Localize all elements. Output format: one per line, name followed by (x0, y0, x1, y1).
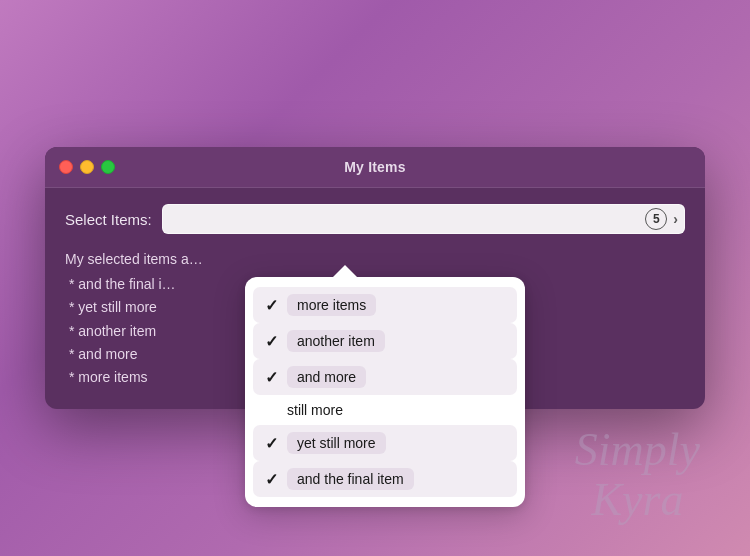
dropdown-item-and-the-final-item[interactable]: ✓ and the final item (253, 461, 517, 497)
dropdown-item-label: yet still more (287, 432, 386, 454)
check-icon: ✓ (263, 470, 279, 489)
dropdown-item-label: and the final item (287, 468, 414, 490)
watermark-line2: Kyra (575, 475, 700, 526)
title-bar: My Items (45, 147, 705, 188)
watermark: Simply Kyra (575, 425, 700, 526)
traffic-lights (59, 160, 115, 174)
select-chevron-icon: › (673, 211, 678, 227)
window-title: My Items (344, 159, 406, 175)
dropdown-item-another-item[interactable]: ✓ another item (253, 323, 517, 359)
select-field[interactable]: 5 › (162, 204, 685, 234)
select-row: Select Items: 5 › (65, 204, 685, 234)
dropdown-item-label: another item (287, 330, 385, 352)
select-label: Select Items: (65, 211, 152, 228)
check-icon: ✓ (263, 332, 279, 351)
dropdown-item-still-more[interactable]: still more (253, 395, 517, 425)
app-window: My Items Select Items: 5 › My selected i… (45, 147, 705, 409)
watermark-line1: Simply (575, 425, 700, 476)
select-count-badge: 5 (645, 208, 667, 230)
check-icon: ✓ (263, 368, 279, 387)
check-icon: ✓ (263, 296, 279, 315)
maximize-button[interactable] (101, 160, 115, 174)
dropdown-item-and-more[interactable]: ✓ and more (253, 359, 517, 395)
dropdown-item-more-items[interactable]: ✓ more items (253, 287, 517, 323)
check-icon: ✓ (263, 434, 279, 453)
dropdown-panel: ✓ more items ✓ another item ✓ and more s… (245, 277, 525, 507)
close-button[interactable] (59, 160, 73, 174)
dropdown-item-label: and more (287, 366, 366, 388)
dropdown-item-yet-still-more[interactable]: ✓ yet still more (253, 425, 517, 461)
minimize-button[interactable] (80, 160, 94, 174)
dropdown-item-label: still more (287, 402, 343, 418)
dropdown-item-label: more items (287, 294, 376, 316)
selected-items-title: My selected items a… (65, 248, 685, 271)
